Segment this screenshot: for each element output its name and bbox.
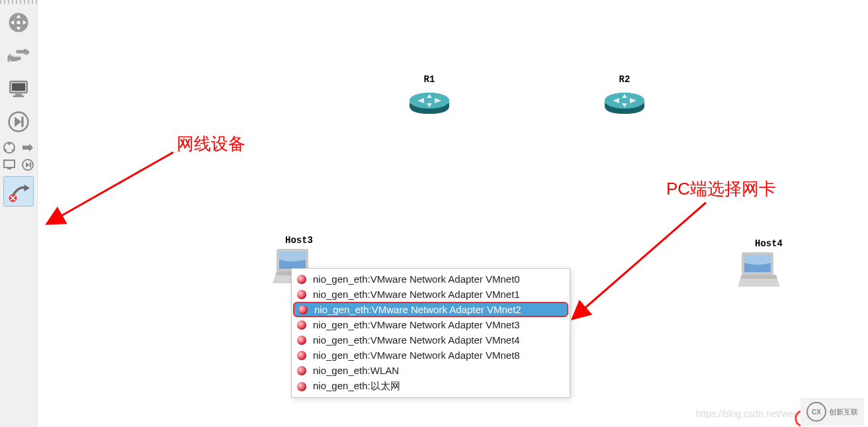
pan-tool-button[interactable] <box>4 8 33 37</box>
svg-rect-19 <box>4 160 15 167</box>
monitor-icon <box>7 77 30 100</box>
step-mini-button[interactable] <box>21 158 35 172</box>
svg-rect-8 <box>15 94 22 96</box>
nic-option-vmnet0[interactable]: nio_gen_eth:VMware Network Adapter VMnet… <box>292 271 570 287</box>
host4-label: Host4 <box>739 238 799 249</box>
nic-option-label: nio_gen_eth:VMware Network Adapter VMnet… <box>313 319 520 330</box>
monitor-mini-button[interactable] <box>2 158 17 172</box>
nic-option-vmnet2[interactable]: nio_gen_eth:VMware Network Adapter VMnet… <box>293 302 568 317</box>
logo-text: 创新互联 <box>829 407 858 417</box>
monitor-small-icon <box>3 158 16 171</box>
unavailable-dot-icon <box>297 382 306 391</box>
move-arrows-icon <box>7 44 30 67</box>
router-icon <box>408 86 451 115</box>
watermark-text: https://blog.csdn.net/wei <box>696 408 795 419</box>
svg-rect-2 <box>12 57 21 60</box>
topology-mini-button[interactable] <box>2 140 17 155</box>
unavailable-dot-icon <box>297 290 306 299</box>
unavailable-dot-icon <box>297 320 306 330</box>
svg-marker-24 <box>24 185 30 191</box>
svg-line-39 <box>583 203 706 310</box>
nic-option-label: nio_gen_eth:以太网 <box>313 380 400 393</box>
nic-option-label: nio_gen_eth:VMware Network Adapter VMnet… <box>313 289 520 300</box>
cable-arrow <box>44 146 190 232</box>
nic-dropdown[interactable]: nio_gen_eth:VMware Network Adapter VMnet… <box>291 268 570 398</box>
svg-point-15 <box>4 149 7 152</box>
cable-tool-button[interactable] <box>3 176 34 207</box>
nic-option-label: nio_gen_eth:VMware Network Adapter VMnet… <box>313 350 520 361</box>
unavailable-dot-icon <box>297 336 306 345</box>
nic-option-label: nio_gen_eth:VMware Network Adapter VMnet… <box>313 273 520 285</box>
svg-rect-7 <box>12 83 25 91</box>
nic-arrow <box>574 199 719 318</box>
svg-rect-3 <box>17 50 26 54</box>
step-forward-icon <box>7 111 30 133</box>
nic-option-vmnet4[interactable]: nio_gen_eth:VMware Network Adapter VMnet… <box>292 332 570 348</box>
nic-annotation: PC端选择网卡 <box>666 177 776 201</box>
router1-device[interactable] <box>408 86 451 115</box>
svg-point-1 <box>17 21 20 24</box>
arrow-right-icon <box>21 141 34 154</box>
left-toolbar <box>0 0 38 427</box>
ruler-decoration <box>0 0 38 4</box>
unavailable-dot-icon <box>297 366 306 375</box>
svg-rect-23 <box>30 162 31 167</box>
router1-label: R1 <box>408 74 451 85</box>
svg-point-16 <box>12 149 15 152</box>
svg-marker-11 <box>15 117 21 126</box>
logo-mark-icon: CX <box>806 402 826 422</box>
arrow-mini-button[interactable] <box>21 140 35 155</box>
svg-marker-18 <box>29 144 33 152</box>
svg-rect-17 <box>22 146 29 150</box>
mini-row-1 <box>0 140 37 155</box>
nic-option-label: nio_gen_eth:VMware Network Adapter VMnet… <box>313 334 520 346</box>
nic-option-label: nio_gen_eth:VMware Network Adapter VMnet… <box>314 304 521 315</box>
step-small-icon <box>21 158 34 171</box>
svg-rect-20 <box>7 168 11 169</box>
pan-tool-icon <box>7 11 30 34</box>
unavailable-dot-icon <box>297 275 306 284</box>
nic-option-wlan[interactable]: nio_gen_eth:WLAN <box>292 363 570 378</box>
nic-option-vmnet8[interactable]: nio_gen_eth:VMware Network Adapter VMnet… <box>292 348 570 363</box>
logo-badge: CX 创新互联 <box>801 398 864 426</box>
step-forward-button[interactable] <box>4 107 33 136</box>
router-icon <box>603 86 646 115</box>
nic-option-vmnet3[interactable]: nio_gen_eth:VMware Network Adapter VMnet… <box>292 317 570 332</box>
cable-tool-icon <box>7 180 30 203</box>
host-icon <box>738 250 780 289</box>
nic-option-ethernet[interactable]: nio_gen_eth:以太网 <box>292 378 570 395</box>
router2-label: R2 <box>603 74 646 85</box>
router2-device[interactable] <box>603 86 646 115</box>
nic-option-label: nio_gen_eth:WLAN <box>313 365 399 376</box>
svg-point-14 <box>8 142 11 145</box>
unavailable-dot-icon <box>297 351 306 360</box>
host4-device[interactable] <box>738 250 780 289</box>
topology-icon <box>3 141 16 154</box>
mini-row-2 <box>0 158 37 172</box>
move-arrows-button[interactable] <box>4 41 33 70</box>
host3-label: Host3 <box>269 235 329 246</box>
svg-line-37 <box>59 152 173 217</box>
svg-rect-12 <box>21 117 23 126</box>
topology-canvas[interactable]: R1 R2 Host3 Hos <box>38 0 868 427</box>
monitor-button[interactable] <box>4 74 33 103</box>
svg-rect-9 <box>13 95 24 97</box>
nic-option-vmnet1[interactable]: nio_gen_eth:VMware Network Adapter VMnet… <box>292 287 570 302</box>
unavailable-dot-icon <box>298 305 308 314</box>
svg-marker-22 <box>26 162 30 167</box>
